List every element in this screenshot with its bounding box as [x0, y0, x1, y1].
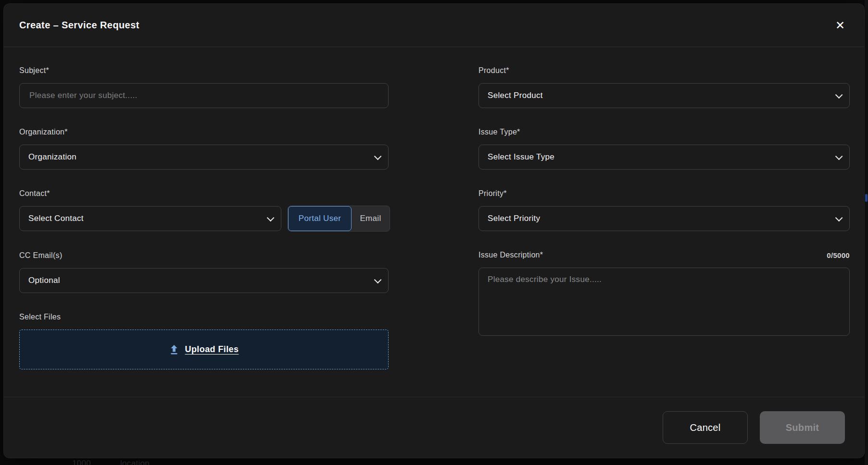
cancel-button[interactable]: Cancel [663, 411, 748, 444]
dialog-title: Create – Service Request [19, 20, 139, 31]
select-files-field-group: Select Files Upload Files [19, 313, 389, 369]
contact-field-group: Contact* Select Contact Portal User Emai… [19, 189, 389, 232]
character-counter: 0/5000 [827, 251, 850, 259]
cc-emails-field-group: CC Email(s) Optional [19, 251, 389, 293]
chevron-down-icon [374, 152, 382, 160]
organization-select[interactable]: Organization [19, 145, 389, 170]
organization-label: Organization* [19, 128, 389, 136]
dialog-header: Create – Service Request ✕ [4, 4, 864, 47]
product-select[interactable]: Select Product [478, 83, 850, 108]
portal-user-toggle-button[interactable]: Portal User [288, 206, 352, 231]
close-icon[interactable]: ✕ [833, 18, 847, 33]
subject-input[interactable] [28, 90, 379, 101]
select-files-label: Select Files [19, 313, 389, 321]
cc-emails-label: CC Email(s) [19, 251, 389, 260]
upload-icon [169, 344, 179, 355]
issue-type-select[interactable]: Select Issue Type [478, 145, 850, 170]
underlying-text-fragment: 1000 [72, 459, 91, 465]
form-column-right: Product* Select Product Issue Type* Sele… [478, 66, 850, 397]
product-field-group: Product* Select Product [478, 66, 850, 108]
screen: 1000 location Create – Service Request ✕… [0, 0, 868, 465]
dialog-body: Subject* Organization* Organization Cont… [4, 47, 864, 397]
dialog-footer: Cancel Submit [4, 397, 864, 458]
subject-input-wrap [19, 83, 389, 108]
contact-row: Select Contact Portal User Email [19, 206, 389, 232]
underlying-page-edge [865, 0, 868, 465]
contact-label: Contact* [19, 189, 389, 198]
contact-select[interactable]: Select Contact [19, 206, 281, 231]
product-select-value: Select Product [488, 91, 543, 100]
priority-select-value: Select Priority [488, 214, 540, 223]
chevron-down-icon [835, 91, 843, 98]
upload-files-dropzone[interactable]: Upload Files [19, 330, 389, 369]
underlying-page-blue-fragment [865, 194, 868, 202]
chevron-down-icon [835, 214, 843, 221]
issue-type-field-group: Issue Type* Select Issue Type [478, 128, 850, 170]
issue-description-label: Issue Description* [478, 251, 543, 259]
issue-type-select-value: Select Issue Type [488, 152, 554, 162]
issue-description-label-row: Issue Description* 0/5000 [478, 251, 850, 259]
organization-select-value: Organization [28, 152, 76, 162]
chevron-down-icon [267, 214, 275, 221]
contact-type-toggle: Portal User Email [288, 206, 390, 232]
underlying-text-fragment: location [120, 459, 150, 465]
form-column-left: Subject* Organization* Organization Cont… [19, 66, 389, 397]
subject-label: Subject* [19, 66, 389, 75]
priority-field-group: Priority* Select Priority [478, 189, 850, 231]
subject-field-group: Subject* [19, 66, 389, 108]
email-toggle-button[interactable]: Email [352, 206, 390, 231]
organization-field-group: Organization* Organization [19, 128, 389, 170]
issue-type-label: Issue Type* [478, 128, 850, 136]
contact-select-value: Select Contact [28, 214, 84, 223]
submit-button[interactable]: Submit [760, 411, 845, 444]
issue-description-field-group: Issue Description* 0/5000 [478, 251, 850, 338]
priority-select[interactable]: Select Priority [478, 206, 850, 231]
create-service-request-dialog: Create – Service Request ✕ Subject* Orga… [4, 4, 864, 458]
product-label: Product* [478, 66, 850, 75]
issue-description-textarea[interactable] [478, 268, 850, 336]
priority-label: Priority* [478, 189, 850, 198]
cc-emails-select[interactable]: Optional [19, 268, 389, 293]
chevron-down-icon [374, 276, 382, 283]
upload-files-link[interactable]: Upload Files [185, 344, 239, 355]
chevron-down-icon [835, 152, 843, 160]
cc-emails-select-value: Optional [28, 276, 60, 285]
